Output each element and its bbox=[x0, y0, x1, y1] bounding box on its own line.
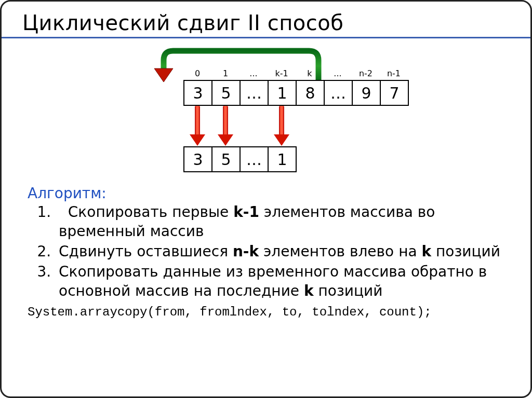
index-label: k-1 bbox=[268, 68, 296, 78]
index-label: 0 bbox=[183, 68, 211, 78]
step-1: Скопировать первые k-1 элементов массива… bbox=[56, 203, 515, 241]
index-label: ... bbox=[240, 68, 268, 78]
array-cell: 3 bbox=[184, 147, 212, 171]
copy-arrow-icon bbox=[221, 106, 230, 145]
copy-arrow-icon bbox=[277, 106, 286, 145]
array-cell: … bbox=[325, 81, 353, 105]
array-cell: 9 bbox=[353, 81, 381, 105]
code-line: System.arraycopy(from, fromlndex, to, to… bbox=[28, 305, 515, 319]
array-cell: 5 bbox=[212, 81, 241, 105]
array-cell: 8 bbox=[297, 81, 325, 105]
index-label: n-1 bbox=[380, 68, 408, 78]
algorithm-steps: Скопировать первые k-1 элементов массива… bbox=[28, 203, 515, 301]
index-row: 0 1 ... k-1 k ... n-2 n-1 bbox=[183, 68, 408, 78]
index-label: n-2 bbox=[352, 68, 380, 78]
algorithm-heading: Алгоритм: bbox=[28, 185, 515, 202]
title-underline bbox=[2, 37, 530, 38]
array-cell: 5 bbox=[212, 147, 241, 171]
array-cell: 1 bbox=[269, 147, 296, 171]
source-array: 3 5 … 1 8 … 9 7 bbox=[183, 80, 409, 106]
index-label: k bbox=[296, 68, 324, 78]
array-cell: 7 bbox=[381, 81, 408, 105]
index-label: 1 bbox=[211, 68, 240, 78]
index-label: ... bbox=[324, 68, 352, 78]
temp-array: 3 5 … 1 bbox=[183, 146, 297, 172]
array-cell: … bbox=[241, 81, 269, 105]
array-cell: … bbox=[241, 147, 269, 171]
array-cell: 1 bbox=[269, 81, 297, 105]
slide: Циклический сдвиг II способ 0 1 ... k-1 … bbox=[0, 0, 532, 398]
slide-title: Циклический сдвиг II способ bbox=[22, 11, 515, 35]
svg-marker-0 bbox=[154, 68, 173, 82]
array-cell: 3 bbox=[184, 81, 212, 105]
diagram: 0 1 ... k-1 k ... n-2 n-1 3 5 … 1 8 … 9 … bbox=[28, 45, 515, 185]
step-2: Сдвинуть оставшиеся n-k элементов влево … bbox=[56, 242, 515, 262]
copy-arrow-icon bbox=[193, 106, 202, 145]
step-3: Скопировать данные из временного массива… bbox=[56, 263, 515, 301]
